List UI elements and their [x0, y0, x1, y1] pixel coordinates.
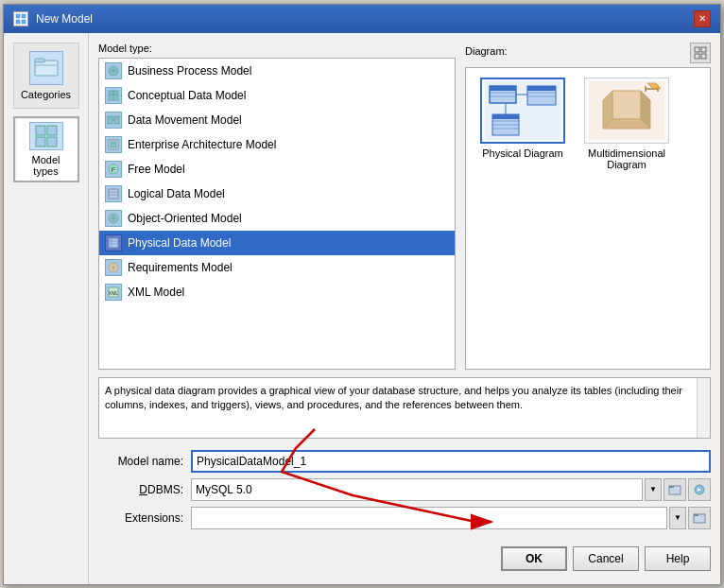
svg-rect-67	[669, 486, 674, 488]
help-button[interactable]: Help	[645, 546, 711, 571]
form-section: Model name: DDBMS: MySQL 5.0 MySQL 8.0 O…	[98, 446, 711, 533]
left-panel: Categories Model types	[4, 33, 89, 584]
extensions-label: Extensions:	[98, 511, 183, 525]
extensions-dropdown-arrow[interactable]: ▼	[669, 507, 686, 529]
cancel-button[interactable]: Cancel	[573, 546, 639, 571]
svg-rect-37	[701, 47, 706, 52]
extensions-browse-button[interactable]	[688, 507, 711, 529]
svg-rect-7	[36, 126, 45, 135]
dbms-browse-button[interactable]	[664, 478, 686, 501]
svg-rect-38	[695, 54, 699, 59]
model-item-label: Conceptual Data Model	[128, 89, 246, 102]
diagram-area: Physical Diagram	[465, 67, 711, 370]
svg-rect-28	[109, 238, 118, 248]
model-item-business-process[interactable]: Business Process Model	[99, 59, 455, 83]
dbms-action-button[interactable]	[688, 478, 711, 501]
categories-icon	[29, 51, 63, 85]
extensions-row: Extensions: ▼	[98, 507, 711, 529]
model-item-xml-model[interactable]: XML XML Model	[99, 280, 455, 304]
model-icon-business	[105, 62, 122, 79]
description-text: A physical data diagram provides a graph…	[105, 385, 682, 410]
model-item-label: Requirements Model	[128, 261, 233, 274]
diagram-item-physical[interactable]: Physical Diagram	[475, 78, 570, 170]
model-type-section: Model type: Business Process Model	[98, 43, 456, 370]
svg-rect-36	[695, 47, 699, 52]
diagram-item-multidimensional[interactable]: Multidimensional Diagram	[579, 78, 674, 170]
dbms-select-wrapper: MySQL 5.0 MySQL 8.0 Oracle 12c SQL Serve…	[191, 478, 711, 501]
model-item-label: Logical Data Model	[128, 187, 225, 200]
model-item-requirements[interactable]: Requirements Model	[99, 255, 455, 280]
model-types-button[interactable]: Model types	[13, 116, 79, 182]
categories-button[interactable]: Categories	[13, 43, 79, 109]
dialog-icon	[13, 11, 28, 26]
model-item-conceptual[interactable]: Conceptual Data Model	[99, 83, 455, 108]
model-icon-data-movement	[105, 112, 122, 129]
svg-rect-22	[109, 189, 118, 199]
ok-button[interactable]: OK	[501, 546, 567, 571]
multidim-diagram-label: Multidimensional Diagram	[579, 147, 674, 170]
model-name-label: Model name:	[98, 455, 183, 468]
button-row: OK Cancel Help	[98, 541, 711, 575]
model-icon-oo	[105, 210, 122, 227]
model-icon-physical	[105, 234, 122, 251]
model-item-label: XML Model	[128, 285, 184, 299]
physical-diagram-thumb	[480, 78, 565, 144]
svg-text:XML: XML	[109, 290, 119, 296]
model-type-list: Business Process Model	[98, 58, 456, 370]
svg-marker-58	[612, 91, 641, 119]
model-item-label: Free Model	[128, 163, 185, 176]
model-item-enterprise-arch[interactable]: Enterprise Architecture Model	[99, 132, 455, 157]
extensions-select[interactable]	[191, 507, 667, 529]
model-item-free-model[interactable]: F Free Model	[99, 157, 455, 182]
dbms-label: DDBMS:	[98, 483, 183, 496]
model-type-label: Model type:	[98, 43, 456, 54]
svg-rect-1	[22, 14, 26, 18]
model-item-label: Object-Oriented Model	[128, 212, 242, 225]
model-name-row: Model name:	[98, 450, 711, 473]
extensions-select-wrapper: ▼	[191, 507, 711, 529]
dbms-select[interactable]: MySQL 5.0 MySQL 8.0 Oracle 12c SQL Serve…	[191, 478, 643, 501]
svg-text:F: F	[112, 166, 115, 173]
svg-rect-9	[36, 137, 45, 147]
model-item-data-movement[interactable]: Data Movement Model	[99, 108, 455, 132]
svg-rect-39	[701, 54, 706, 59]
model-item-physical-data[interactable]: Physical Data Model	[99, 231, 455, 255]
diagram-label: Diagram:	[465, 45, 508, 57]
description-scrollbar[interactable]	[697, 378, 710, 438]
model-types-label: Model types	[19, 154, 74, 177]
diagram-section: Diagram:	[465, 43, 711, 370]
model-icon-xml: XML	[105, 284, 122, 301]
dialog-title: New Model	[36, 12, 93, 26]
svg-rect-16	[114, 116, 119, 124]
svg-rect-42	[490, 86, 516, 91]
physical-diagram-label: Physical Diagram	[482, 147, 563, 159]
model-item-label: Enterprise Architecture Model	[128, 138, 276, 151]
model-item-object-oriented[interactable]: Object-Oriented Model	[99, 206, 455, 231]
model-icon-conceptual	[105, 87, 122, 104]
diagram-view-toggle[interactable]	[690, 43, 711, 63]
right-panel: Model type: Business Process Model	[89, 33, 720, 584]
model-icon-free: F	[105, 161, 122, 178]
dbms-dropdown-arrow[interactable]: ▼	[645, 478, 662, 501]
model-item-logical-data[interactable]: Logical Data Model	[99, 182, 455, 206]
svg-rect-51	[492, 114, 519, 119]
svg-rect-10	[47, 137, 57, 147]
model-icon-logical	[105, 185, 122, 202]
model-item-label: Physical Data Model	[128, 236, 231, 250]
svg-rect-15	[108, 116, 112, 124]
model-item-label: Business Process Model	[128, 64, 251, 78]
title-bar: New Model ✕	[4, 5, 720, 33]
description-section: A physical data diagram provides a graph…	[98, 377, 711, 439]
categories-label: Categories	[21, 89, 71, 100]
multidim-diagram-thumb	[584, 78, 669, 144]
dbms-row: DDBMS: MySQL 5.0 MySQL 8.0 Oracle 12c SQ…	[98, 478, 711, 501]
svg-rect-5	[35, 59, 44, 62]
model-name-input[interactable]	[191, 450, 711, 473]
model-icon-requirements	[105, 259, 122, 276]
svg-point-33	[112, 266, 115, 269]
svg-rect-70	[694, 514, 698, 516]
model-types-icon	[29, 122, 63, 150]
svg-rect-47	[527, 86, 556, 91]
close-button[interactable]: ✕	[694, 10, 711, 27]
svg-rect-3	[22, 20, 26, 24]
